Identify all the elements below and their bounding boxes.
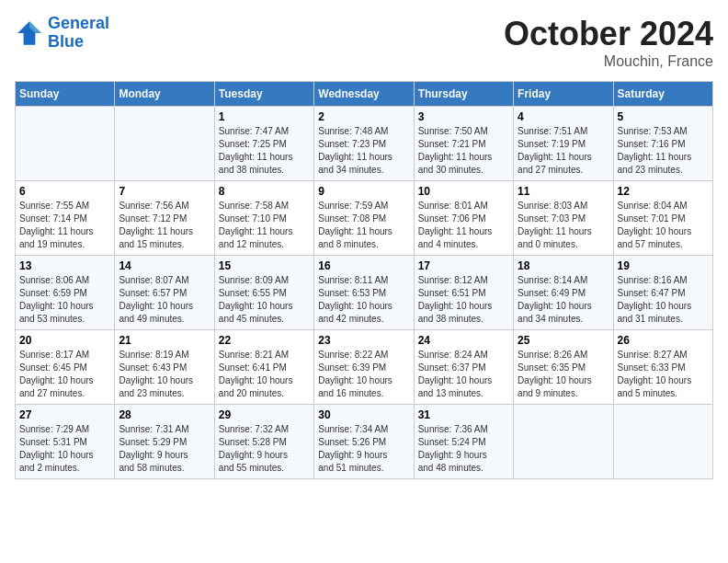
day-number: 21 [119,334,210,347]
day-number: 7 [119,185,210,198]
calendar-cell: 16Sunrise: 8:11 AM Sunset: 6:53 PM Dayli… [314,256,414,330]
logo-text: General Blue [48,15,109,52]
day-info: Sunrise: 8:27 AM Sunset: 6:33 PM Dayligh… [618,349,709,400]
day-number: 12 [618,185,709,198]
calendar-cell: 7Sunrise: 7:56 AM Sunset: 7:12 PM Daylig… [115,181,214,256]
day-number: 27 [19,408,110,421]
logo-line1: General [48,14,109,32]
day-number: 29 [219,408,310,421]
calendar-cell: 11Sunrise: 8:03 AM Sunset: 7:03 PM Dayli… [514,181,613,256]
day-number: 13 [19,259,110,272]
calendar-cell: 18Sunrise: 8:14 AM Sunset: 6:49 PM Dayli… [514,256,613,330]
day-number: 23 [318,334,409,347]
day-info: Sunrise: 8:19 AM Sunset: 6:43 PM Dayligh… [119,349,210,400]
location: Mouchin, France [504,53,713,70]
day-number: 20 [19,334,110,347]
day-info: Sunrise: 7:48 AM Sunset: 7:23 PM Dayligh… [318,125,409,177]
day-number: 25 [518,334,609,347]
calendar-cell: 9Sunrise: 7:59 AM Sunset: 7:08 PM Daylig… [314,181,414,256]
day-info: Sunrise: 8:14 AM Sunset: 6:49 PM Dayligh… [518,274,609,326]
calendar-cell: 6Sunrise: 7:55 AM Sunset: 7:14 PM Daylig… [16,181,115,256]
day-info: Sunrise: 7:34 AM Sunset: 5:26 PM Dayligh… [318,423,409,475]
calendar-table: SundayMondayTuesdayWednesdayThursdayFrid… [15,81,713,479]
day-info: Sunrise: 7:50 AM Sunset: 7:21 PM Dayligh… [418,125,509,177]
day-info: Sunrise: 7:59 AM Sunset: 7:08 PM Dayligh… [318,200,409,251]
calendar-cell [115,107,214,181]
day-number: 19 [618,259,709,272]
calendar-cell [514,405,613,479]
calendar-header: SundayMondayTuesdayWednesdayThursdayFrid… [16,82,713,107]
calendar-cell: 3Sunrise: 7:50 AM Sunset: 7:21 PM Daylig… [414,107,513,181]
day-info: Sunrise: 7:55 AM Sunset: 7:14 PM Dayligh… [19,200,110,251]
calendar-cell: 15Sunrise: 8:09 AM Sunset: 6:55 PM Dayli… [214,256,313,330]
day-info: Sunrise: 7:32 AM Sunset: 5:28 PM Dayligh… [219,423,310,475]
day-info: Sunrise: 7:53 AM Sunset: 7:16 PM Dayligh… [618,125,709,177]
calendar-cell: 21Sunrise: 8:19 AM Sunset: 6:43 PM Dayli… [115,330,214,405]
day-info: Sunrise: 8:21 AM Sunset: 6:41 PM Dayligh… [219,349,310,400]
col-header-tuesday: Tuesday [214,82,313,107]
calendar-cell: 2Sunrise: 7:48 AM Sunset: 7:23 PM Daylig… [314,107,414,181]
logo-line2: Blue [48,32,84,51]
page-header: General Blue October 2024 Mouchin, Franc… [15,15,713,70]
calendar-cell: 23Sunrise: 8:22 AM Sunset: 6:39 PM Dayli… [314,330,414,405]
day-info: Sunrise: 8:01 AM Sunset: 7:06 PM Dayligh… [418,200,509,251]
day-number: 16 [318,259,409,272]
calendar-cell: 17Sunrise: 8:12 AM Sunset: 6:51 PM Dayli… [414,256,513,330]
calendar-cell: 13Sunrise: 8:06 AM Sunset: 6:59 PM Dayli… [16,256,115,330]
day-info: Sunrise: 7:51 AM Sunset: 7:19 PM Dayligh… [518,125,609,177]
calendar-cell: 12Sunrise: 8:04 AM Sunset: 7:01 PM Dayli… [613,181,712,256]
day-number: 15 [219,259,310,272]
calendar-cell: 14Sunrise: 8:07 AM Sunset: 6:57 PM Dayli… [115,256,214,330]
calendar-cell: 1Sunrise: 7:47 AM Sunset: 7:25 PM Daylig… [214,107,313,181]
calendar-cell: 25Sunrise: 8:26 AM Sunset: 6:35 PM Dayli… [514,330,613,405]
week-row-4: 27Sunrise: 7:29 AM Sunset: 5:31 PM Dayli… [16,405,713,479]
week-row-0: 1Sunrise: 7:47 AM Sunset: 7:25 PM Daylig… [16,107,713,181]
day-number: 2 [318,110,409,123]
day-number: 4 [518,110,609,123]
calendar-cell: 24Sunrise: 8:24 AM Sunset: 6:37 PM Dayli… [414,330,513,405]
day-info: Sunrise: 8:03 AM Sunset: 7:03 PM Dayligh… [518,200,609,251]
calendar-cell: 8Sunrise: 7:58 AM Sunset: 7:10 PM Daylig… [214,181,313,256]
day-info: Sunrise: 7:31 AM Sunset: 5:29 PM Dayligh… [119,423,210,475]
day-number: 9 [318,185,409,198]
calendar-cell: 26Sunrise: 8:27 AM Sunset: 6:33 PM Dayli… [613,330,712,405]
day-info: Sunrise: 8:09 AM Sunset: 6:55 PM Dayligh… [219,274,310,326]
col-header-wednesday: Wednesday [314,82,414,107]
week-row-1: 6Sunrise: 7:55 AM Sunset: 7:14 PM Daylig… [16,181,713,256]
day-info: Sunrise: 8:04 AM Sunset: 7:01 PM Dayligh… [618,200,709,251]
logo-icon [15,18,44,48]
day-info: Sunrise: 8:07 AM Sunset: 6:57 PM Dayligh… [119,274,210,326]
calendar-cell: 20Sunrise: 8:17 AM Sunset: 6:45 PM Dayli… [16,330,115,405]
calendar-cell [16,107,115,181]
day-number: 6 [19,185,110,198]
day-number: 10 [418,185,509,198]
day-number: 31 [418,408,509,421]
day-info: Sunrise: 8:12 AM Sunset: 6:51 PM Dayligh… [418,274,509,326]
day-number: 14 [119,259,210,272]
calendar-cell: 31Sunrise: 7:36 AM Sunset: 5:24 PM Dayli… [414,405,513,479]
day-number: 11 [518,185,609,198]
calendar-cell: 22Sunrise: 8:21 AM Sunset: 6:41 PM Dayli… [214,330,313,405]
calendar-cell: 10Sunrise: 8:01 AM Sunset: 7:06 PM Dayli… [414,181,513,256]
calendar-cell: 29Sunrise: 7:32 AM Sunset: 5:28 PM Dayli… [214,405,313,479]
day-info: Sunrise: 7:56 AM Sunset: 7:12 PM Dayligh… [119,200,210,251]
day-info: Sunrise: 8:16 AM Sunset: 6:47 PM Dayligh… [618,274,709,326]
day-number: 22 [219,334,310,347]
col-header-friday: Friday [514,82,613,107]
col-header-saturday: Saturday [613,82,712,107]
header-row: SundayMondayTuesdayWednesdayThursdayFrid… [16,82,713,107]
day-info: Sunrise: 7:58 AM Sunset: 7:10 PM Dayligh… [219,200,310,251]
day-number: 28 [119,408,210,421]
day-number: 8 [219,185,310,198]
calendar-cell: 30Sunrise: 7:34 AM Sunset: 5:26 PM Dayli… [314,405,414,479]
col-header-sunday: Sunday [16,82,115,107]
logo: General Blue [15,15,109,52]
day-number: 17 [418,259,509,272]
week-row-3: 20Sunrise: 8:17 AM Sunset: 6:45 PM Dayli… [16,330,713,405]
day-info: Sunrise: 8:22 AM Sunset: 6:39 PM Dayligh… [318,349,409,400]
week-row-2: 13Sunrise: 8:06 AM Sunset: 6:59 PM Dayli… [16,256,713,330]
day-info: Sunrise: 8:11 AM Sunset: 6:53 PM Dayligh… [318,274,409,326]
day-number: 24 [418,334,509,347]
day-number: 26 [618,334,709,347]
calendar-cell: 28Sunrise: 7:31 AM Sunset: 5:29 PM Dayli… [115,405,214,479]
